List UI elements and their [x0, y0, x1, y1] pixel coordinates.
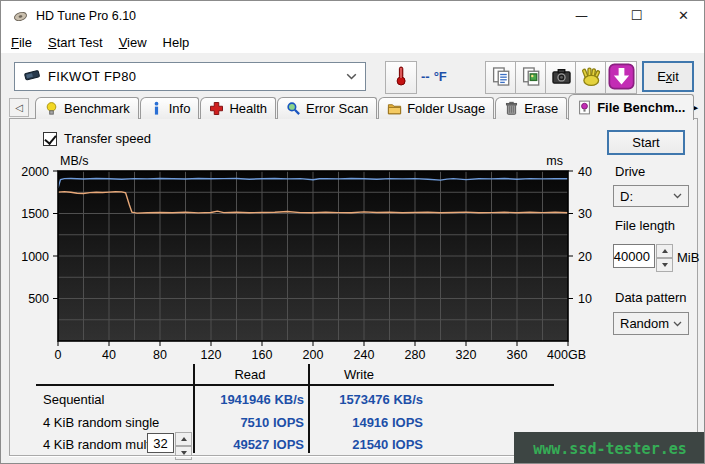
copy-image-button[interactable]: [515, 61, 547, 94]
queue-depth-input[interactable]: 32: [147, 433, 174, 453]
table-divider: [308, 364, 310, 453]
download-button[interactable]: [605, 61, 637, 94]
chevron-down-icon: [346, 73, 357, 80]
tab-strip: BenchmarkInfoHealthError ScanFolder Usag…: [35, 95, 683, 119]
folder-icon: [387, 101, 402, 116]
tab-label: Folder Usage: [407, 101, 485, 116]
tab-health[interactable]: Health: [200, 97, 276, 119]
copy-text-icon: [491, 66, 512, 90]
spin-down-button[interactable]: [175, 446, 192, 460]
menu-item-view[interactable]: View: [111, 33, 155, 52]
file-length-input[interactable]: 40000: [613, 244, 655, 268]
svg-text:500: 500: [28, 292, 49, 306]
tab-erase[interactable]: Erase: [495, 97, 567, 119]
tab-label: Erase: [524, 101, 558, 116]
info-icon: [149, 101, 164, 116]
drive-dropdown[interactable]: D:: [613, 185, 689, 207]
data-pattern-dropdown[interactable]: Random: [613, 312, 689, 335]
svg-text:200: 200: [303, 348, 324, 362]
start-button[interactable]: Start: [607, 130, 685, 155]
exit-button[interactable]: Exit: [642, 61, 694, 92]
temperature-readout: -- °F: [421, 61, 473, 92]
spin-down-button[interactable]: [656, 258, 673, 272]
svg-text:1500: 1500: [21, 207, 49, 221]
svg-text:MB/s: MB/s: [60, 154, 88, 168]
svg-text:0: 0: [55, 348, 62, 362]
tab-benchmark[interactable]: Benchmark: [35, 97, 139, 119]
row-label-random-multi: 4 KiB random multi: [43, 437, 153, 452]
app-window: HD Tune Pro 6.10 — ☐ ✕ FileStart TestVie…: [0, 0, 705, 464]
tab-file-benchm[interactable]: File Benchm...: [568, 94, 694, 120]
watermark: www.ssd-tester.es: [514, 432, 705, 464]
drive-icon: [23, 68, 41, 85]
row-label-sequential: Sequential: [43, 392, 104, 407]
row-label-random-single: 4 KiB random single: [43, 415, 159, 430]
window-title: HD Tune Pro 6.10: [36, 9, 136, 23]
tab-label: Health: [229, 101, 267, 116]
svg-text:10: 10: [578, 292, 592, 306]
magnifier-icon: [286, 101, 301, 116]
svg-text:320: 320: [456, 348, 477, 362]
hand-icon: [581, 66, 602, 90]
chevron-down-icon: [673, 193, 682, 199]
svg-text:360: 360: [507, 348, 528, 362]
write-column-header: Write: [304, 367, 414, 382]
tab-info[interactable]: Info: [140, 97, 200, 119]
menu-bar: FileStart TestViewHelp: [1, 31, 704, 53]
up-arrow-icon: [662, 249, 668, 253]
svg-text:160: 160: [252, 348, 273, 362]
sequential-read-value: 1941946 KB/s: [196, 392, 304, 407]
minimize-button[interactable]: —: [559, 1, 604, 30]
drive-label: Drive: [615, 164, 645, 179]
disk-icon: [12, 9, 29, 24]
file-length-label: File length: [615, 218, 675, 233]
svg-text:30: 30: [578, 207, 592, 221]
data-pattern-label: Data pattern: [615, 290, 687, 305]
data-pattern-value: Random: [620, 316, 673, 331]
menu-item-help[interactable]: Help: [155, 33, 198, 52]
file-length-spinner: [656, 244, 673, 272]
temperature-value: --: [421, 69, 430, 84]
toolbar: FIKWOT FP80 -- °F Exit: [1, 53, 704, 95]
file-length-unit: MiB: [677, 250, 699, 265]
selected-drive-label: FIKWOT FP80: [48, 69, 339, 84]
transfer-speed-label: Transfer speed: [64, 131, 151, 146]
close-button[interactable]: ✕: [661, 1, 705, 30]
maximize-button[interactable]: ☐: [614, 1, 659, 30]
trash-icon: [504, 101, 519, 116]
svg-text:280: 280: [405, 348, 426, 362]
svg-text:1000: 1000: [21, 250, 49, 264]
random-multi-write-value: 21540 IOPS: [313, 437, 423, 452]
tab-folder-usage[interactable]: Folder Usage: [378, 97, 494, 119]
tab-error-scan[interactable]: Error Scan: [277, 97, 377, 119]
copy-text-button[interactable]: [485, 61, 517, 94]
table-divider: [193, 364, 195, 453]
drive-select-combobox[interactable]: FIKWOT FP80: [14, 62, 366, 91]
thermometer-icon: [393, 65, 409, 90]
temperature-unit: °F: [434, 69, 447, 84]
svg-text:40: 40: [578, 165, 592, 179]
drive-value: D:: [620, 189, 673, 204]
svg-text:80: 80: [153, 348, 167, 362]
screenshot-button[interactable]: [545, 61, 577, 94]
file-bulb-icon: [577, 100, 592, 115]
tab-label: File Benchm...: [597, 100, 685, 115]
menu-item-file[interactable]: File: [3, 33, 40, 52]
tab-scroll-left-button[interactable]: ◁: [9, 98, 29, 117]
svg-text:2000: 2000: [21, 165, 49, 179]
menu-item-start-test[interactable]: Start Test: [40, 33, 111, 52]
svg-text:240: 240: [354, 348, 375, 362]
spin-up-button[interactable]: [175, 432, 192, 446]
camera-icon: [551, 66, 572, 90]
health-cross-icon: [209, 101, 224, 116]
temperature-button[interactable]: [385, 61, 417, 94]
random-single-write-value: 14916 IOPS: [313, 415, 423, 430]
table-header-rule: [36, 384, 554, 386]
download-arrow-icon: [608, 63, 635, 93]
tab-label: Info: [169, 101, 191, 116]
donate-button[interactable]: [575, 61, 607, 94]
svg-text:400GB: 400GB: [547, 348, 586, 362]
spin-up-button[interactable]: [656, 244, 673, 258]
transfer-speed-checkbox[interactable]: [43, 132, 57, 146]
svg-text:40: 40: [102, 348, 116, 362]
